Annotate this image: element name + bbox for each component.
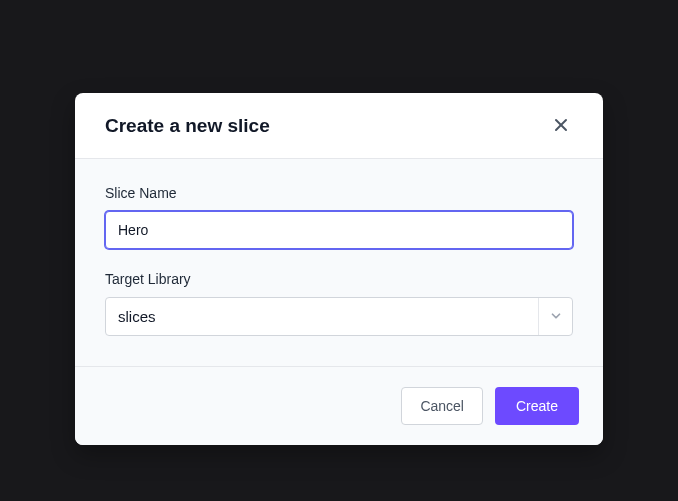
target-library-field-group: Target Library slices <box>105 271 573 336</box>
modal-footer: Cancel Create <box>75 366 603 445</box>
modal-body: Slice Name Target Library slices <box>75 159 603 366</box>
target-library-value: slices <box>106 298 538 335</box>
slice-name-label: Slice Name <box>105 185 573 201</box>
modal-header: Create a new slice <box>75 93 603 159</box>
chevron-down-icon <box>538 298 572 335</box>
close-icon <box>553 117 569 136</box>
modal-title: Create a new slice <box>105 115 270 137</box>
create-button[interactable]: Create <box>495 387 579 425</box>
close-button[interactable] <box>549 113 573 140</box>
create-slice-modal: Create a new slice Slice Name Target Lib… <box>75 93 603 445</box>
cancel-button[interactable]: Cancel <box>401 387 483 425</box>
target-library-label: Target Library <box>105 271 573 287</box>
target-library-select[interactable]: slices <box>105 297 573 336</box>
slice-name-input[interactable] <box>105 211 573 249</box>
slice-name-field-group: Slice Name <box>105 185 573 249</box>
